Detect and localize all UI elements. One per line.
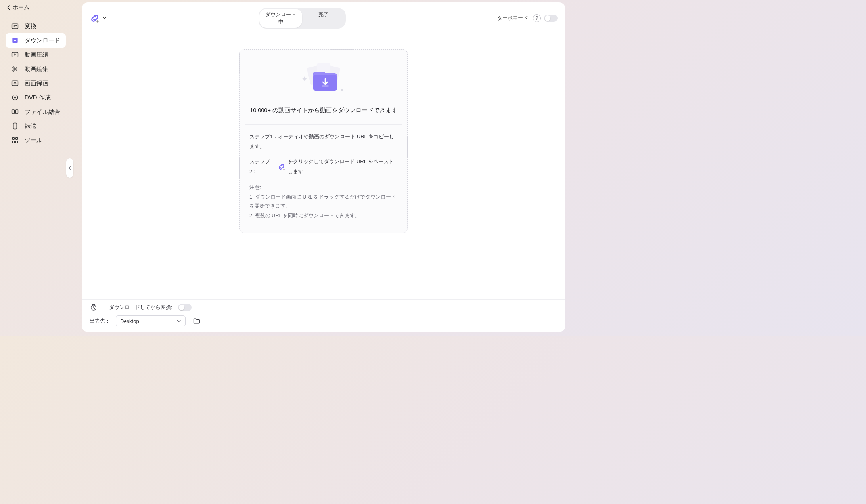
step2-prefix: ステップ2： <box>249 157 275 176</box>
note-title: 注意: <box>249 183 398 193</box>
open-folder-button[interactable] <box>191 315 202 326</box>
convert-icon <box>11 22 19 30</box>
output-folder-select[interactable]: Desktop <box>116 315 186 326</box>
svg-rect-13 <box>12 137 14 139</box>
turbo-mode-toggle[interactable] <box>544 15 558 22</box>
sidebar-item-label: ダウンロード <box>25 37 60 44</box>
sidebar-item-edit[interactable]: 動画編集 <box>6 62 66 76</box>
tab-group: ダウンロード中 完了 <box>259 8 346 29</box>
record-icon <box>11 79 19 87</box>
tab-downloading[interactable]: ダウンロード中 <box>259 9 302 28</box>
download-icon <box>11 36 19 44</box>
sidebar-item-transfer[interactable]: 転送 <box>6 119 66 133</box>
step2-suffix: をクリックしてダウンロード URL をペーストします <box>288 157 398 176</box>
note2-text: 2. 複数の URL を同時にダウンロードできます。 <box>249 211 398 221</box>
help-icon[interactable]: ? <box>533 14 541 22</box>
svg-point-9 <box>14 97 16 98</box>
note1-text: 1. ダウンロード画面に URL をドラッグするだけでダウンロードを開始できます… <box>249 193 398 212</box>
sidebar-item-tools[interactable]: ツール <box>6 133 66 147</box>
svg-rect-16 <box>16 141 18 143</box>
sidebar-item-label: ツール <box>25 137 42 144</box>
sidebar-collapse-handle[interactable] <box>66 158 73 178</box>
svg-rect-10 <box>12 110 15 114</box>
link-plus-icon <box>278 163 285 171</box>
main-panel: ダウンロード中 完了 ターボモード: ? <box>82 2 565 332</box>
svg-point-8 <box>12 95 17 100</box>
turbo-label: ターボモード: <box>497 15 530 22</box>
sidebar: ホーム 変換 ダウンロード 動画圧縮 動画編集 <box>0 0 70 336</box>
content-area: 10,000+ の動画サイトから動画をダウンロードできます ステップ1：オーディ… <box>82 34 565 299</box>
compress-icon <box>11 51 19 59</box>
tab-done[interactable]: 完了 <box>302 9 345 28</box>
dropzone-illustration <box>248 60 399 99</box>
divider <box>245 124 402 125</box>
sidebar-item-dvd[interactable]: DVD 作成 <box>6 90 66 105</box>
link-plus-icon <box>90 13 100 23</box>
sidebar-item-label: DVD 作成 <box>25 94 51 101</box>
tools-icon <box>11 136 19 144</box>
sidebar-item-label: 動画圧縮 <box>25 51 48 59</box>
sidebar-item-download[interactable]: ダウンロード <box>6 33 66 48</box>
dropzone-steps: ステップ1：オーディオや動画のダウンロード URL をコピーします。 ステップ2… <box>248 132 399 221</box>
sidebar-nav: 変換 ダウンロード 動画圧縮 動画編集 画面録画 <box>0 15 70 147</box>
dropzone-headline: 10,000+ の動画サイトから動画をダウンロードできます <box>248 107 399 114</box>
dropzone[interactable]: 10,000+ の動画サイトから動画をダウンロードできます ステップ1：オーディ… <box>239 49 408 233</box>
step1-text: ステップ1：オーディオや動画のダウンロード URL をコピーします。 <box>249 132 398 151</box>
sidebar-item-label: 転送 <box>25 122 36 130</box>
home-back-link[interactable]: ホーム <box>0 0 70 15</box>
chevron-left-icon <box>7 5 10 10</box>
svg-rect-6 <box>12 81 18 86</box>
chevron-down-icon <box>176 319 181 323</box>
topbar: ダウンロード中 完了 ターボモード: ? <box>82 2 565 34</box>
sidebar-item-record[interactable]: 画面録画 <box>6 76 66 90</box>
convert-after-toggle[interactable] <box>178 304 192 311</box>
svg-rect-15 <box>12 141 14 143</box>
sidebar-item-convert[interactable]: 変換 <box>6 19 66 33</box>
merge-icon <box>11 108 19 116</box>
clock-icon[interactable] <box>90 304 98 311</box>
folder-icon <box>193 317 201 325</box>
svg-marker-3 <box>14 54 16 56</box>
chevron-down-icon <box>102 15 107 22</box>
sidebar-item-label: 動画編集 <box>25 65 48 73</box>
sidebar-item-compress[interactable]: 動画圧縮 <box>6 48 66 62</box>
footer: ダウンロードしてから変換: 出力先： Desktop <box>82 299 565 332</box>
output-label: 出力先： <box>90 317 110 325</box>
svg-point-25 <box>341 89 343 91</box>
svg-point-7 <box>14 82 16 84</box>
divider <box>103 304 103 311</box>
add-url-button[interactable] <box>90 13 107 23</box>
transfer-icon <box>11 122 19 130</box>
main-area: ダウンロード中 完了 ターボモード: ? <box>70 0 577 336</box>
convert-after-label: ダウンロードしてから変換: <box>109 304 172 311</box>
svg-rect-11 <box>16 110 18 114</box>
home-label: ホーム <box>13 4 29 11</box>
scissors-icon <box>11 65 19 73</box>
sidebar-item-label: 変換 <box>25 23 36 30</box>
turbo-mode-section: ターボモード: ? <box>497 14 558 22</box>
disc-icon <box>11 94 19 101</box>
sidebar-item-label: ファイル結合 <box>25 108 60 116</box>
chevron-left-icon <box>68 166 71 170</box>
sidebar-item-label: 画面録画 <box>25 80 48 87</box>
svg-rect-14 <box>16 137 18 139</box>
output-folder-value: Desktop <box>120 318 139 324</box>
sidebar-item-merge[interactable]: ファイル結合 <box>6 105 66 119</box>
